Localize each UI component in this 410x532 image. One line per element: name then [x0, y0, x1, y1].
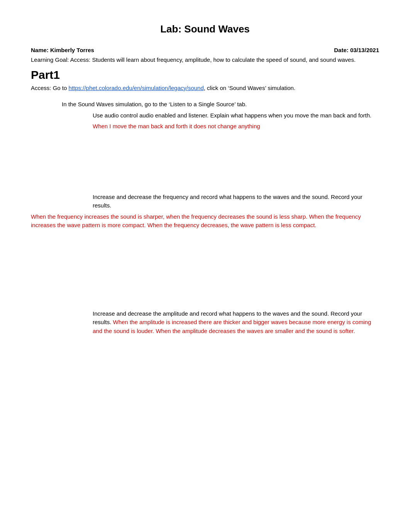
access-text-after-link: , click on ‘Sound Waves’ simulation.: [204, 85, 295, 91]
access-text-before-link: Access: Go to: [31, 85, 69, 91]
amplitude-answer-inline: When the amplitude is increased there ar…: [93, 319, 371, 334]
instruction2-block: Use audio control audio enabled and list…: [93, 111, 379, 131]
spacer2: [31, 170, 379, 193]
part1-heading: Part1: [31, 68, 379, 82]
header-row: Name: Kimberly Torres Date: 03/13/2021: [31, 47, 379, 53]
spacer4: [31, 271, 379, 309]
instruction3-text: Increase and decrease the frequency and …: [93, 193, 379, 210]
frequency-section: Increase and decrease the frequency and …: [31, 193, 379, 230]
amplitude-section: Increase and decrease the amplitude and …: [31, 309, 379, 336]
access-line: Access: Go to https://phet.colorado.edu/…: [31, 84, 379, 93]
student-date: Date: 03/13/2021: [334, 47, 379, 53]
page-container: Lab: Sound Waves Name: Kimberly Torres D…: [0, 0, 410, 532]
instruction4-text: Increase and decrease the amplitude and …: [93, 309, 379, 336]
instruction2-text: Use audio control audio enabled and list…: [93, 111, 379, 120]
spacer1: [31, 131, 379, 170]
instruction3-block: Increase and decrease the frequency and …: [93, 193, 379, 210]
answer2-text: When the frequency increases the sound i…: [31, 212, 379, 230]
instruction1-text: In the Sound Waves simulation, go to the…: [62, 100, 379, 109]
page-title: Lab: Sound Waves: [31, 23, 379, 35]
instruction1-block: In the Sound Waves simulation, go to the…: [62, 100, 379, 131]
amplitude-instruction-block: Increase and decrease the amplitude and …: [93, 309, 379, 336]
answer1-text: When I move the man back and forth it do…: [93, 122, 379, 131]
spacer3: [31, 232, 379, 271]
learning-goal-text: Learning Goal: Access: Students will lea…: [31, 56, 379, 65]
student-name: Name: Kimberly Torres: [31, 47, 94, 53]
phet-link[interactable]: https://phet.colorado.edu/en/simulation/…: [69, 85, 204, 91]
